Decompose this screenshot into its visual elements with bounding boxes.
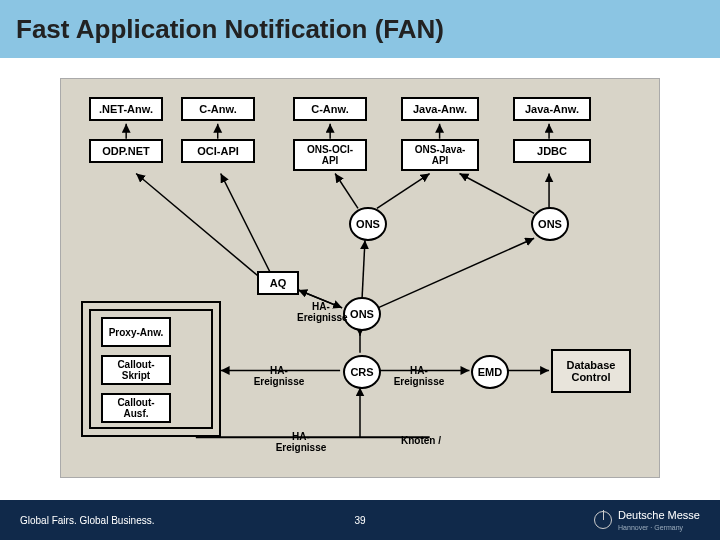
svg-line-8 xyxy=(460,174,535,214)
box-jdbc: JDBC xyxy=(513,139,591,163)
messe-logo-icon xyxy=(594,511,612,529)
svg-line-10 xyxy=(136,174,260,278)
footer-right: Deutsche Messe Hannover · Germany xyxy=(594,509,700,532)
svg-line-5 xyxy=(335,174,358,209)
box-aq: AQ xyxy=(257,271,299,295)
svg-line-9 xyxy=(221,174,271,274)
svg-line-6 xyxy=(377,174,430,209)
label-knoten: Knoten / xyxy=(391,435,451,446)
footer-brand: Deutsche Messe xyxy=(618,509,700,521)
page-number: 39 xyxy=(354,515,365,526)
box-net-anw: .NET-Anw. xyxy=(89,97,163,121)
label-ha-3: HA-Ereignisse xyxy=(389,365,449,387)
node-crs: CRS xyxy=(343,355,381,389)
svg-line-19 xyxy=(378,238,534,308)
box-ons-java-api: ONS-Java-API xyxy=(401,139,479,171)
svg-line-18 xyxy=(362,240,365,300)
box-proxy-anw: Proxy-Anw. xyxy=(101,317,171,347)
box-database-control: Database Control xyxy=(551,349,631,393)
box-java-anw-2: Java-Anw. xyxy=(513,97,591,121)
page-title: Fast Application Notification (FAN) xyxy=(16,14,444,45)
footer-location: Hannover · Germany xyxy=(618,524,683,531)
box-callout-ausf: Callout-Ausf. xyxy=(101,393,171,423)
label-ha-2: HA-Ereignisse xyxy=(249,365,309,387)
box-java-anw-1: Java-Anw. xyxy=(401,97,479,121)
node-ons-3: ONS xyxy=(343,297,381,331)
box-c-anw-2: C-Anw. xyxy=(293,97,367,121)
node-ons-2: ONS xyxy=(531,207,569,241)
box-callout-skript: Callout-Skript xyxy=(101,355,171,385)
node-ons-1: ONS xyxy=(349,207,387,241)
label-ha-4: HA-Ereignisse xyxy=(271,431,331,453)
diagram: .NET-Anw. ODP.NET C-Anw. OCI-API C-Anw. … xyxy=(60,78,660,478)
label-ha-1: HA-Ereignisse xyxy=(297,301,345,323)
box-odp-net: ODP.NET xyxy=(89,139,163,163)
footer-bar: Global Fairs. Global Business. 39 Deutsc… xyxy=(0,500,720,540)
box-oci-api: OCI-API xyxy=(181,139,255,163)
footer-left: Global Fairs. Global Business. xyxy=(20,515,155,526)
node-emd: EMD xyxy=(471,355,509,389)
box-c-anw-1: C-Anw. xyxy=(181,97,255,121)
box-ons-oci-api: ONS-OCI-API xyxy=(293,139,367,171)
